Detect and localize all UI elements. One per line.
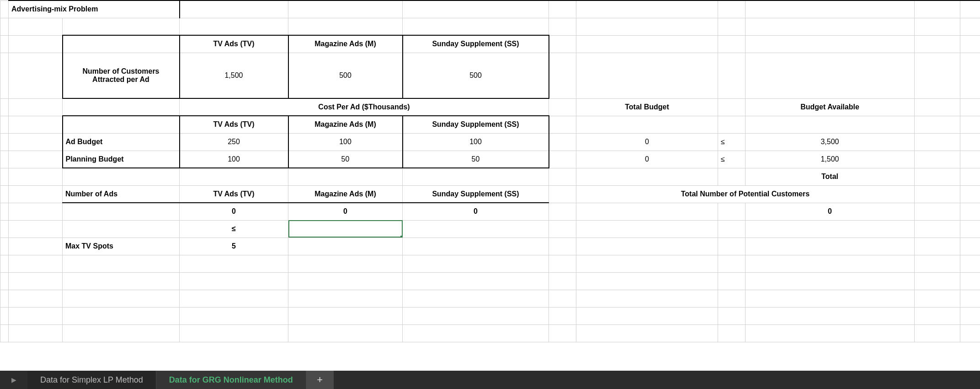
ad-budget-total[interactable]: 0 <box>576 133 718 151</box>
total-budget-label: Total Budget <box>576 98 718 116</box>
cost-col-ss: Sunday Supplement (SS) <box>403 116 549 133</box>
potential-customers-value[interactable]: 0 <box>746 203 915 220</box>
add-sheet-button[interactable]: + <box>306 371 334 389</box>
cost-col-mag: Magazine Ads (M) <box>288 116 403 133</box>
customers-tv[interactable]: 1,500 <box>180 53 288 98</box>
plan-budget-total[interactable]: 0 <box>576 151 718 168</box>
col-mag: Magazine Ads (M) <box>288 35 403 53</box>
spreadsheet-grid[interactable]: Advertising-mix Problem TV Ads (TV) Maga… <box>0 0 980 371</box>
customers-ss[interactable]: 500 <box>403 53 549 98</box>
tab-nav-icon[interactable]: ▶ <box>0 371 27 389</box>
ad-budget-avail[interactable]: 3,500 <box>746 133 915 151</box>
customers-mag[interactable]: 500 <box>288 53 403 98</box>
ad-budget-op: ≤ <box>718 133 746 151</box>
ad-budget-ss[interactable]: 100 <box>403 133 549 151</box>
plan-budget-tv[interactable]: 100 <box>180 151 288 168</box>
sheet-tab-bar: ▶ Data for Simplex LP Method Data for GR… <box>0 371 980 389</box>
tv-constraint-op: ≤ <box>180 220 288 238</box>
plan-budget-ss[interactable]: 50 <box>403 151 549 168</box>
num-ads-col-mag: Magazine Ads (M) <box>288 185 403 203</box>
plan-budget-avail[interactable]: 1,500 <box>746 151 915 168</box>
col-tv: TV Ads (TV) <box>180 35 288 53</box>
tab-simplex[interactable]: Data for Simplex LP Method <box>27 371 156 389</box>
max-tv-value[interactable]: 5 <box>180 238 288 255</box>
num-ads-col-ss: Sunday Supplement (SS) <box>403 185 549 203</box>
cost-header: Cost Per Ad ($Thousands) <box>180 98 549 116</box>
num-ads-ss[interactable]: 0 <box>403 203 549 220</box>
max-tv-label: Max TV Spots <box>63 238 180 255</box>
potential-customers-label: Total Number of Potential Customers <box>576 185 915 203</box>
tab-grg[interactable]: Data for GRG Nonlinear Method <box>156 371 306 389</box>
total-label: Total <box>746 168 915 185</box>
plan-budget-mag[interactable]: 50 <box>288 151 403 168</box>
active-cell[interactable] <box>288 220 403 238</box>
plan-budget-op: ≤ <box>718 151 746 168</box>
num-ads-col-tv: TV Ads (TV) <box>180 185 288 203</box>
col-ss: Sunday Supplement (SS) <box>403 35 549 53</box>
num-ads-mag[interactable]: 0 <box>288 203 403 220</box>
ad-budget-mag[interactable]: 100 <box>288 133 403 151</box>
ad-budget-tv[interactable]: 250 <box>180 133 288 151</box>
num-ads-tv[interactable]: 0 <box>180 203 288 220</box>
customers-label: Number of Customers Attracted per Ad <box>63 53 180 98</box>
cost-col-tv: TV Ads (TV) <box>180 116 288 133</box>
title-cell: Advertising-mix Problem <box>9 0 180 18</box>
plan-budget-label: Planning Budget <box>63 151 180 168</box>
ad-budget-label: Ad Budget <box>63 133 180 151</box>
num-ads-label: Number of Ads <box>63 185 180 203</box>
budget-avail-label: Budget Available <box>746 98 915 116</box>
